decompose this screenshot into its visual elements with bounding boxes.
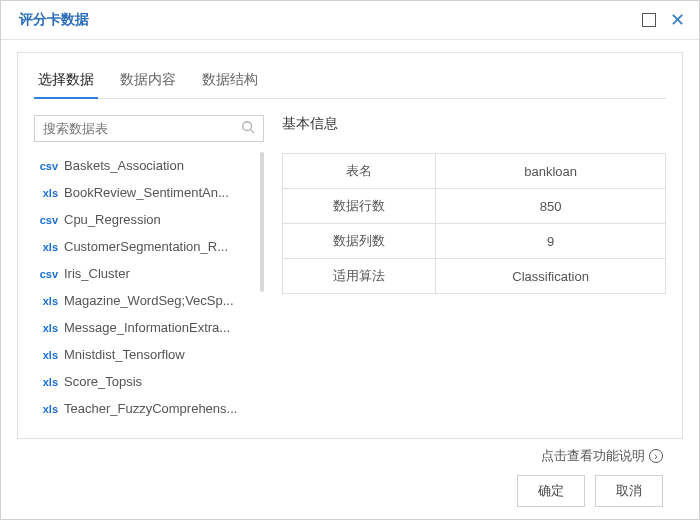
list-item[interactable]: xlsScore_Topsis (34, 368, 264, 395)
info-header: 基本信息 (282, 115, 666, 133)
scrollbar[interactable] (260, 152, 264, 292)
dataset-name: Score_Topsis (64, 374, 142, 389)
list-item[interactable]: xlsCustomerSegmentation_R... (34, 233, 264, 260)
dataset-name: Iris_Cluster (64, 266, 130, 281)
filetype-icon: xls (36, 295, 58, 307)
tab-select-data[interactable]: 选择数据 (34, 63, 98, 99)
close-icon[interactable]: ✕ (670, 11, 685, 29)
tab-data-structure[interactable]: 数据结构 (198, 63, 262, 98)
dialog-body: 选择数据 数据内容 数据结构 csvBaskets_Association (1, 40, 699, 520)
table-row: 数据行数850 (283, 189, 666, 224)
dataset-name: Teacher_FuzzyComprehens... (64, 401, 237, 416)
filetype-icon: xls (36, 241, 58, 253)
search-box[interactable] (34, 115, 264, 142)
filetype-icon: csv (36, 214, 58, 226)
left-panel: csvBaskets_Association xlsBookReview_Sen… (34, 115, 264, 422)
dataset-name: Mnistdist_Tensorflow (64, 347, 185, 362)
titlebar: 评分卡数据 ✕ (1, 1, 699, 40)
info-key: 数据列数 (283, 224, 436, 259)
footer: 点击查看功能说明 › 确定 取消 (17, 439, 683, 520)
svg-point-0 (243, 122, 252, 131)
list-item[interactable]: csvBaskets_Association (34, 152, 264, 179)
list-item[interactable]: xlsMessage_InformationExtra... (34, 314, 264, 341)
list-item[interactable]: csvCpu_Regression (34, 206, 264, 233)
filetype-icon: xls (36, 376, 58, 388)
ok-button[interactable]: 确定 (517, 475, 585, 507)
list-item[interactable]: csvIris_Cluster (34, 260, 264, 287)
info-value: Classification (436, 259, 666, 294)
filetype-icon: xls (36, 322, 58, 334)
maximize-icon[interactable] (642, 13, 656, 27)
info-key: 适用算法 (283, 259, 436, 294)
info-table: 表名bankloan 数据行数850 数据列数9 适用算法Classificat… (282, 153, 666, 294)
dataset-name: Magazine_WordSeg;VecSp... (64, 293, 234, 308)
tab-data-content[interactable]: 数据内容 (116, 63, 180, 98)
search-icon[interactable] (241, 120, 255, 137)
filetype-icon: xls (36, 403, 58, 415)
chevron-right-icon: › (649, 449, 663, 463)
info-value: 850 (436, 189, 666, 224)
content: csvBaskets_Association xlsBookReview_Sen… (34, 99, 666, 422)
info-value: bankloan (436, 154, 666, 189)
filetype-icon: xls (36, 187, 58, 199)
info-key: 数据行数 (283, 189, 436, 224)
list-item[interactable]: xlsMagazine_WordSeg;VecSp... (34, 287, 264, 314)
button-row: 确定 取消 (517, 475, 663, 507)
table-row: 数据列数9 (283, 224, 666, 259)
inner-panel: 选择数据 数据内容 数据结构 csvBaskets_Association (17, 52, 683, 439)
search-input[interactable] (43, 121, 241, 136)
dataset-name: Cpu_Regression (64, 212, 161, 227)
window-controls: ✕ (642, 11, 685, 29)
list-item[interactable]: xlsTeacher_FuzzyComprehens... (34, 395, 264, 422)
help-link[interactable]: 点击查看功能说明 › (541, 447, 663, 465)
list-item[interactable]: xlsBookReview_SentimentAn... (34, 179, 264, 206)
right-panel: 基本信息 表名bankloan 数据行数850 数据列数9 适用算法Classi… (282, 115, 666, 422)
filetype-icon: csv (36, 160, 58, 172)
dataset-name: BookReview_SentimentAn... (64, 185, 229, 200)
tabs: 选择数据 数据内容 数据结构 (34, 63, 666, 99)
dialog: 评分卡数据 ✕ 选择数据 数据内容 数据结构 (0, 0, 700, 520)
help-text: 点击查看功能说明 (541, 447, 645, 465)
svg-line-1 (251, 130, 255, 134)
dataset-list: csvBaskets_Association xlsBookReview_Sen… (34, 152, 264, 422)
filetype-icon: csv (36, 268, 58, 280)
dataset-name: CustomerSegmentation_R... (64, 239, 228, 254)
dataset-name: Message_InformationExtra... (64, 320, 230, 335)
info-key: 表名 (283, 154, 436, 189)
info-value: 9 (436, 224, 666, 259)
dialog-title: 评分卡数据 (19, 11, 89, 29)
cancel-button[interactable]: 取消 (595, 475, 663, 507)
filetype-icon: xls (36, 349, 58, 361)
list-item[interactable]: xlsMnistdist_Tensorflow (34, 341, 264, 368)
table-row: 表名bankloan (283, 154, 666, 189)
dataset-name: Baskets_Association (64, 158, 184, 173)
table-row: 适用算法Classification (283, 259, 666, 294)
